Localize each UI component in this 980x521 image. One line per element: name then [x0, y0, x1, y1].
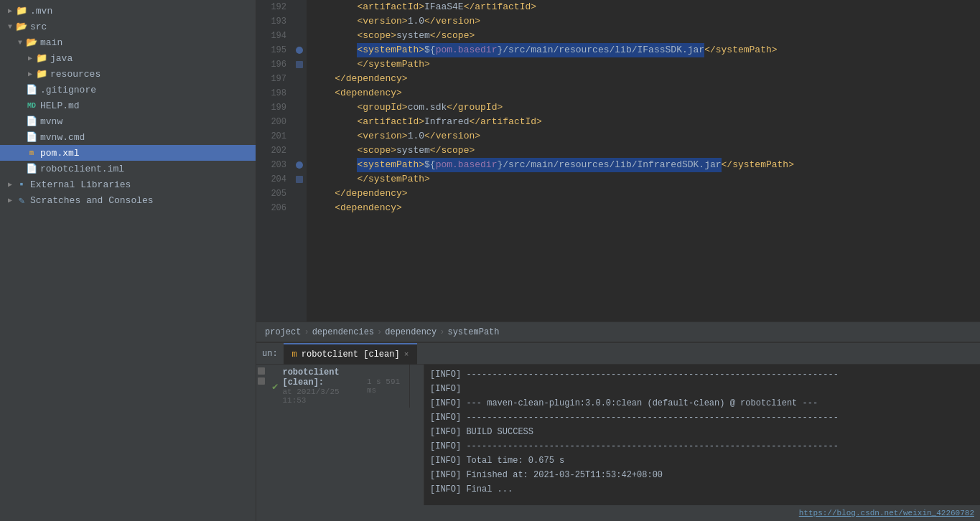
sidebar-item-pomxml[interactable]: ▶ m pom.xml	[0, 145, 256, 161]
file-icon: 📄	[26, 116, 37, 127]
arrow-icon: ▶	[6, 6, 14, 15]
sidebar-item-label: mvnw	[40, 116, 62, 127]
code-line: <artifactId>Infrared</artifactId>	[312, 115, 974, 129]
arrow-icon: ▶	[6, 196, 14, 205]
bottom-panel: un: m robotclient [clean] × ✔	[256, 342, 980, 521]
run-item-name: robotclient [clean]:	[282, 367, 362, 388]
arrow-icon: ▶	[26, 70, 34, 78]
code-line: <systemPath>${pom.basedir}/src/main/reso…	[312, 158, 974, 172]
arrow-icon: ▶	[6, 180, 14, 189]
editor-area: 192 193 194 195 196 197 198 199 200 201 …	[256, 0, 980, 342]
breadcrumb-item[interactable]: project	[265, 327, 301, 337]
panel-sidebar-btn[interactable]	[258, 377, 265, 385]
sidebar-item-main[interactable]: ▼ 📂 main	[0, 34, 256, 50]
maven-icon: m	[292, 349, 297, 360]
folder-icon: 📁	[16, 5, 27, 17]
code-line: </systemPath>	[312, 57, 974, 72]
console-line: [INFO] BUILD SUCCESS	[430, 425, 974, 439]
editor-gutter	[292, 0, 307, 321]
console-line: [INFO] Final ...	[430, 482, 974, 497]
sidebar-item-scratches[interactable]: ▶ ✎ Scratches and Consoles	[0, 192, 256, 208]
sidebar-item-robotclientiml[interactable]: ▶ 📄 robotclient.iml	[0, 161, 256, 177]
console-line: [INFO] ---------------------------------…	[430, 367, 974, 382]
sidebar-item-helpmd[interactable]: ▶ MD HELP.md	[0, 98, 256, 113]
sidebar-item-java[interactable]: ▶ 📁 java	[0, 50, 256, 66]
console-output[interactable]: [INFO] ---------------------------------…	[424, 365, 980, 505]
panel-tabs: un: m robotclient [clean] ×	[256, 343, 980, 365]
file-icon: 📄	[26, 131, 37, 143]
status-url[interactable]: https://blog.csdn.net/weixin_42260782	[799, 509, 974, 517]
panel-content: ✔ robotclient [clean]: at 2021/3/25 11:5…	[256, 365, 980, 505]
code-line: <dependency>	[312, 86, 974, 100]
folder-open-icon: 📂	[16, 21, 27, 32]
folder-icon: 📁	[36, 68, 47, 80]
sidebar-item-mvnwcmd[interactable]: ▶ 📄 mvnw.cmd	[0, 129, 256, 145]
panel-sidebar	[256, 365, 266, 505]
success-icon: ✔	[272, 380, 278, 393]
sidebar-item-label: mvnw.cmd	[40, 132, 85, 143]
code-line: </systemPath>	[312, 172, 974, 187]
console-line: [INFO] --- maven-clean-plugin:3.0.0:clea…	[430, 396, 974, 410]
sidebar-item-label: src	[30, 22, 47, 32]
arrow-icon: ▶	[26, 54, 34, 62]
run-item[interactable]: ✔ robotclient [clean]: at 2021/3/25 11:5…	[266, 365, 410, 408]
sidebar-item-label: .gitignore	[40, 85, 96, 95]
code-line: <dependency>	[312, 201, 974, 215]
code-view: 192 193 194 195 196 197 198 199 200 201 …	[256, 0, 980, 321]
sidebar: ▶ 📁 .mvn ▼ 📂 src ▼ 📂 main ▶ 📁 java	[0, 0, 256, 521]
sidebar-item-label: .mvn	[30, 6, 52, 17]
console-line: [INFO] ---------------------------------…	[430, 410, 974, 425]
breadcrumb-separator: ›	[377, 327, 382, 337]
folder-open-icon: 📂	[26, 37, 37, 48]
breadcrumb: project › dependencies › dependency › sy…	[256, 321, 980, 342]
panel-sidebar-btn[interactable]	[258, 367, 265, 375]
sidebar-item-label: pom.xml	[40, 148, 80, 159]
breadcrumb-item[interactable]: systemPath	[447, 327, 499, 337]
code-line: <artifactId>IFaaS4E</artifactId>	[312, 0, 974, 14]
code-line: <systemPath>${pom.basedir}/src/main/reso…	[312, 43, 974, 57]
sidebar-item-label: main	[40, 37, 62, 48]
sidebar-item-label: External Libraries	[30, 179, 131, 190]
extlibs-icon: ▪	[16, 179, 27, 190]
md-icon: MD	[26, 100, 37, 111]
sidebar-item-label: resources	[50, 69, 101, 80]
breadcrumb-item[interactable]: dependency	[385, 327, 437, 337]
arrow-icon: ▼	[16, 38, 24, 47]
sidebar-item-mvnw[interactable]: ▶ 📄 mvnw	[0, 113, 256, 129]
run-label: un:	[262, 349, 278, 359]
close-tab-button[interactable]: ×	[404, 350, 409, 359]
sidebar-item-extlibs[interactable]: ▶ ▪ External Libraries	[0, 177, 256, 192]
code-content[interactable]: <artifactId>IFaaS4E</artifactId> <versio…	[307, 0, 980, 321]
sidebar-item-mvn[interactable]: ▶ 📁 .mvn	[0, 3, 256, 19]
xml-file-icon: m	[26, 147, 37, 159]
console-line: [INFO]	[430, 382, 974, 396]
run-item-duration: 1 s 591 ms	[367, 377, 403, 395]
iml-icon: 📄	[26, 163, 37, 174]
sidebar-item-src[interactable]: ▼ 📂 src	[0, 19, 256, 34]
line-numbers: 192 193 194 195 196 197 198 199 200 201 …	[256, 0, 292, 321]
code-line: </dependency>	[312, 72, 974, 86]
scratches-icon: ✎	[16, 194, 27, 206]
sidebar-item-label: Scratches and Consoles	[30, 195, 154, 206]
arrow-icon: ▼	[6, 22, 14, 31]
breadcrumb-separator: ›	[439, 327, 444, 337]
run-item-info: robotclient [clean]: at 2021/3/25 11:53	[282, 367, 362, 405]
code-line: <scope>system</scope>	[312, 144, 974, 158]
sidebar-item-resources[interactable]: ▶ 📁 resources	[0, 66, 256, 82]
sidebar-item-label: java	[50, 53, 73, 64]
run-item-time: at 2021/3/25 11:53	[282, 388, 362, 405]
code-line: <scope>system</scope>	[312, 29, 974, 43]
console-line: [INFO] Total time: 0.675 s	[430, 454, 974, 468]
code-line: <groupId>com.sdk</groupId>	[312, 100, 974, 115]
sidebar-item-label: HELP.md	[40, 100, 80, 111]
status-bar: https://blog.csdn.net/weixin_42260782	[256, 505, 980, 521]
breadcrumb-item[interactable]: dependencies	[312, 327, 374, 337]
console-line: [INFO] ---------------------------------…	[430, 439, 974, 454]
file-icon: 📄	[26, 84, 37, 95]
file-tree: ▶ 📁 .mvn ▼ 📂 src ▼ 📂 main ▶ 📁 java	[0, 0, 256, 521]
code-line: <version>1.0</version>	[312, 14, 974, 29]
code-line: </dependency>	[312, 187, 974, 201]
sidebar-item-gitignore[interactable]: ▶ 📄 .gitignore	[0, 82, 256, 98]
panel-tab-run[interactable]: m robotclient [clean] ×	[284, 343, 418, 365]
code-line: <version>1.0</version>	[312, 129, 974, 144]
